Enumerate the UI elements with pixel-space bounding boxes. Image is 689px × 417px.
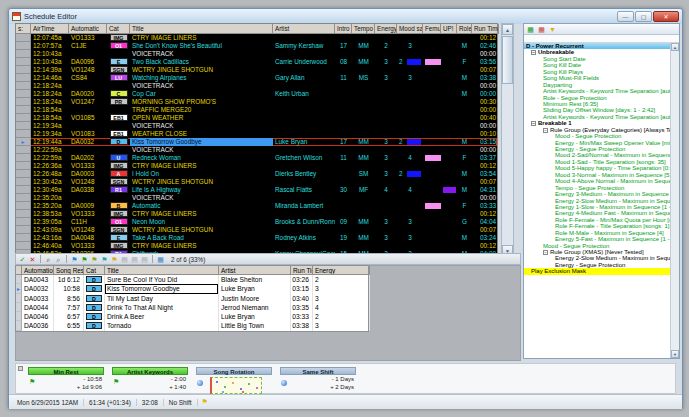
find-next-icon[interactable]: ⌕ — [54, 255, 63, 264]
collapse-icon[interactable]: − — [531, 121, 536, 126]
schedule-row[interactable]: 12:18:54aVO1085EB1OPEN WEATHER00:40 — [16, 114, 497, 122]
schedule-row[interactable]: 12:18:24aVOICETRACK00:00 — [16, 82, 497, 90]
candidate-row[interactable]: ►DA003210:58DKiss Tomorrow GoodbyeLuke B… — [16, 284, 368, 293]
schedule-row[interactable]: 12:26:36aVO1333IMGCTRY IMAGE LINERS00:12 — [16, 162, 497, 170]
column-header[interactable]: Title — [130, 24, 273, 34]
rule-tree-item[interactable]: Play Exclusion Mask — [524, 268, 670, 274]
column-header[interactable]: UP! — [441, 24, 457, 34]
schedule-row[interactable]: 12:35:20aDA0009BAutomaticMiranda Lambert… — [16, 202, 497, 210]
schedule-row[interactable]: 12:43:16aDA0048ETake A Back RoadRodney A… — [16, 234, 497, 242]
column-header[interactable]: Artist — [273, 24, 335, 34]
maximize-button[interactable]: ▢ — [635, 11, 652, 22]
candidate-row[interactable]: DA00431d 6:12DSure Be Cool If You DidBla… — [16, 275, 368, 284]
schedule-row[interactable]: 12:39:05aC11HO1Neon MoonBrooks & Dunn/Ro… — [16, 218, 497, 226]
candidate-row[interactable]: DA00366:55DTornadoLittle Big Town03:383 — [16, 321, 368, 330]
rule-label: Mood 2-Sad/Normal - Maximum in Sequence … — [555, 152, 670, 158]
scroll-up-icon[interactable]: ▲ — [502, 24, 513, 35]
grid-red-icon[interactable]: ▦ — [537, 25, 546, 34]
minimize-button[interactable]: — — [617, 11, 634, 22]
column-header[interactable]: Automation — [22, 266, 54, 275]
column-header[interactable]: Artist — [219, 266, 291, 275]
collapse-icon[interactable]: − — [543, 250, 548, 255]
schedule-row[interactable]: 12:30:42aVO1248SGNWCTRY JINGLE SHOTGUN00… — [16, 178, 497, 186]
schedule-row[interactable]: 12:10:43aVOICETRACK00:00 — [16, 50, 497, 58]
reject-icon[interactable]: ✕ — [28, 255, 37, 264]
grid-icon[interactable]: ▦ — [156, 255, 165, 264]
close-button[interactable]: ✕ — [653, 11, 679, 22]
column-header[interactable]: Title — [105, 266, 219, 275]
column-header[interactable]: Energy — [313, 266, 370, 275]
column-header[interactable]: Intro 1 — [335, 24, 352, 34]
column-header[interactable]: Energy — [375, 24, 397, 34]
flag-blue-icon[interactable]: ⚑ — [70, 255, 79, 264]
schedule-row[interactable]: 12:18:24aDA0020CCop CarKeith UrbanM00:00 — [16, 90, 497, 98]
rule-tree-column-header — [524, 35, 679, 43]
schedule-row[interactable]: 12:07:45aVO1333IMGCTRY IMAGE LINERS00:12 — [16, 34, 497, 42]
collapse-icon[interactable]: − — [543, 128, 548, 133]
flag-gold-icon[interactable]: ⚑ — [110, 255, 119, 264]
column-header-marker[interactable]: s: — [16, 24, 31, 34]
schedule-row[interactable]: 12:35:20aVOICETRACK00:00 — [16, 194, 497, 202]
dock-panel-artist-keywords: Artist Keywords⚑- 2:00+ 1:40 — [112, 367, 188, 393]
candidate-row[interactable]: DA00338:56DTil My Last DayJustin Moore03… — [16, 294, 368, 303]
doc-icon-1[interactable]: ▤ — [120, 255, 129, 264]
rule-label: Tempo - Segue Protection — [555, 185, 624, 191]
schedule-row[interactable]: 12:10:43aDA0096ETwo Black CadillacsCarri… — [16, 58, 497, 66]
column-header[interactable]: AirTime — [31, 24, 69, 34]
schedule-row[interactable]: 12:22:59aVOICETRACK00:00 — [16, 146, 497, 154]
schedule-row[interactable]: 12:26:48aDA0003AI Hold OnDierks BentleyS… — [16, 170, 497, 178]
flag-green-icon[interactable]: ⚑ — [80, 255, 89, 264]
doc-icon-2[interactable]: ▤ — [130, 255, 139, 264]
title-cell: WCTRY JINGLE SHOTGUN — [130, 66, 273, 74]
column-header[interactable]: Tempo — [352, 24, 375, 34]
schedule-row[interactable]: 12:18:24aVO1247PRMORNING SHOW PROMO'S00:… — [16, 98, 497, 106]
column-header[interactable]: Automatic — [69, 24, 107, 34]
tree-scroll-up-icon[interactable]: ▲ — [671, 43, 679, 51]
column-header[interactable]: Femu — [423, 24, 441, 34]
schedule-row[interactable]: 12:07:57aC1JEO1She Don't Know She's Beau… — [16, 42, 497, 50]
column-header[interactable]: Song Rest — [54, 266, 84, 275]
doc-icon-3[interactable]: ▤ — [140, 255, 149, 264]
schedule-row[interactable]: 12:43:09aVO1248SGNWCTRY JINGLE SHOTGUN00… — [16, 226, 497, 234]
rule-tree-panel: ▦▦▼ D - Power Recurrent−UnbreakableSong … — [523, 23, 680, 359]
schedule-row[interactable]: 12:22:59aDA0202URedneck WomanGretchen Wi… — [16, 154, 497, 162]
tree-scroll-down-icon[interactable]: ▼ — [671, 350, 679, 358]
flag-olive-icon[interactable]: ⚑ — [90, 255, 99, 264]
flag-teal-icon[interactable]: ⚑ — [100, 255, 109, 264]
schedule-row[interactable]: 12:18:54aTRAFFIC MERGE2000:00 — [16, 106, 497, 114]
column-header[interactable]: Run Time — [472, 24, 499, 34]
column-header[interactable]: Mood sad — [397, 24, 423, 34]
schedule-row[interactable]: ►12:19:44aDA0032DKiss Tomorrow GoodbyeLu… — [16, 138, 497, 146]
scrollbar-thumb[interactable] — [502, 36, 513, 84]
pin-icon[interactable] — [18, 366, 23, 371]
schedule-row[interactable]: 12:46:40aVO1333IMGCTRY IMAGE LINERS00:12 — [16, 242, 497, 250]
titlebar[interactable]: Schedule Editor — ▢ ✕ — [9, 9, 682, 24]
column-header[interactable]: Role — [457, 24, 472, 34]
candidate-row[interactable]: DA00466:57DDrink A BeerLuke Bryan03:332 — [16, 312, 368, 321]
title-cell: Redneck Woman — [130, 154, 273, 162]
toolbar-separator — [66, 255, 67, 263]
column-header[interactable]: Cat — [84, 266, 105, 275]
accept-icon[interactable]: ✓ — [18, 255, 27, 264]
category-badge: IMG — [110, 242, 128, 249]
schedule-log-scrollbar[interactable]: ▲ ▼ — [501, 23, 514, 257]
schedule-row[interactable]: 12:19:34aVO1083EB1WEATHER CLOSE00:10 — [16, 130, 497, 138]
column-header[interactable]: Run Time — [291, 266, 313, 275]
schedule-row[interactable]: 12:14:46aCS84LUWatching AirplanesGary Al… — [16, 74, 497, 82]
collapse-icon[interactable]: − — [531, 50, 536, 55]
schedule-row[interactable]: 12:19:34aVOICETRACK00:00 — [16, 122, 497, 130]
candidate-row[interactable]: DA00447:57DDrink To That All NightJerrod… — [16, 303, 368, 312]
find-icon[interactable]: ⌕ — [44, 255, 53, 264]
schedule-row[interactable]: 12:38:53aVO1333IMGCTRY IMAGE LINERS00:12 — [16, 210, 497, 218]
schedule-row[interactable]: 12:30:49aDA0338R1Life Is A HighwayRascal… — [16, 186, 497, 194]
column-header[interactable]: Cat — [107, 24, 130, 34]
filter-icon[interactable]: ▼ — [548, 25, 557, 34]
rule-label: Song Must-Fill Fields — [543, 75, 599, 81]
category-badge: D — [86, 304, 102, 311]
title-cell: CTRY IMAGE LINERS — [130, 34, 273, 42]
title-cell: WCTRY JINGLE SHOTGUN — [130, 178, 273, 186]
category-badge: SGN — [110, 66, 128, 73]
rule-tree-scrollbar[interactable]: ▲ ▼ — [670, 43, 679, 358]
schedule-row[interactable]: 12:14:39aVO1248SGNWCTRY JINGLE SHOTGUN00… — [16, 66, 497, 74]
grid-green-icon[interactable]: ▦ — [526, 25, 535, 34]
